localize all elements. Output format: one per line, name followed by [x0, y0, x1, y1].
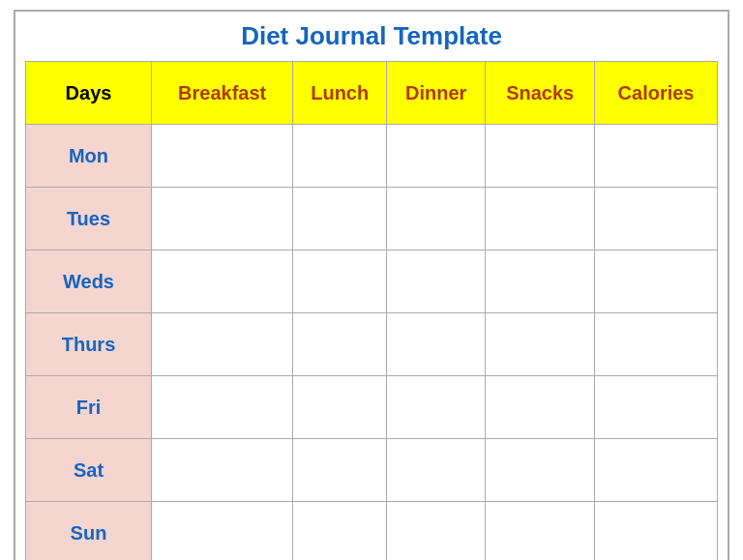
meal-cell[interactable] [387, 313, 486, 376]
meal-cell[interactable] [293, 251, 387, 313]
table-row: Tues [26, 188, 718, 251]
meal-cell[interactable] [152, 188, 293, 251]
header-breakfast: Breakfast [152, 62, 293, 125]
day-label: Sun [26, 502, 152, 561]
meal-cell[interactable] [595, 188, 718, 251]
meal-cell[interactable] [152, 376, 293, 439]
meal-cell[interactable] [595, 125, 718, 188]
meal-cell[interactable] [152, 125, 293, 188]
table-row: Sat [26, 439, 718, 502]
table-row: Mon [26, 125, 718, 188]
meal-cell[interactable] [595, 376, 718, 439]
table-row: Sun [26, 502, 718, 561]
meal-cell[interactable] [595, 502, 718, 561]
meal-cell[interactable] [595, 439, 718, 502]
meal-cell[interactable] [595, 313, 718, 376]
header-row: Days Breakfast Lunch Dinner Snacks Calor… [26, 62, 718, 125]
day-label: Tues [26, 188, 152, 251]
meal-cell[interactable] [293, 376, 387, 439]
meal-cell[interactable] [152, 502, 293, 561]
table-row: Weds [26, 251, 718, 313]
meal-cell[interactable] [595, 251, 718, 313]
header-snacks: Snacks [486, 62, 595, 125]
header-days: Days [26, 62, 152, 125]
table-row: Fri [26, 376, 718, 439]
meal-cell[interactable] [293, 439, 387, 502]
table-row: Thurs [26, 313, 718, 376]
meal-cell[interactable] [486, 376, 595, 439]
meal-cell[interactable] [387, 251, 486, 313]
meal-cell[interactable] [387, 376, 486, 439]
header-lunch: Lunch [293, 62, 387, 125]
journal-container: Diet Journal Template Days Breakfast Lun… [14, 10, 729, 560]
meal-cell[interactable] [387, 439, 486, 502]
day-label: Sat [26, 439, 152, 502]
meal-cell[interactable] [387, 125, 486, 188]
meal-cell[interactable] [293, 502, 387, 561]
meal-cell[interactable] [387, 502, 486, 561]
meal-cell[interactable] [486, 251, 595, 313]
meal-cell[interactable] [152, 439, 293, 502]
journal-title: Diet Journal Template [25, 21, 718, 51]
day-label: Fri [26, 376, 152, 439]
diet-table: Days Breakfast Lunch Dinner Snacks Calor… [25, 61, 718, 560]
day-label: Thurs [26, 313, 152, 376]
meal-cell[interactable] [152, 313, 293, 376]
meal-cell[interactable] [293, 188, 387, 251]
meal-cell[interactable] [152, 251, 293, 313]
day-label: Weds [26, 251, 152, 313]
meal-cell[interactable] [293, 125, 387, 188]
meal-cell[interactable] [486, 313, 595, 376]
header-dinner: Dinner [387, 62, 486, 125]
meal-cell[interactable] [293, 313, 387, 376]
meal-cell[interactable] [387, 188, 486, 251]
meal-cell[interactable] [486, 439, 595, 502]
header-calories: Calories [595, 62, 718, 125]
meal-cell[interactable] [486, 125, 595, 188]
meal-cell[interactable] [486, 502, 595, 561]
day-label: Mon [26, 125, 152, 188]
meal-cell[interactable] [486, 188, 595, 251]
